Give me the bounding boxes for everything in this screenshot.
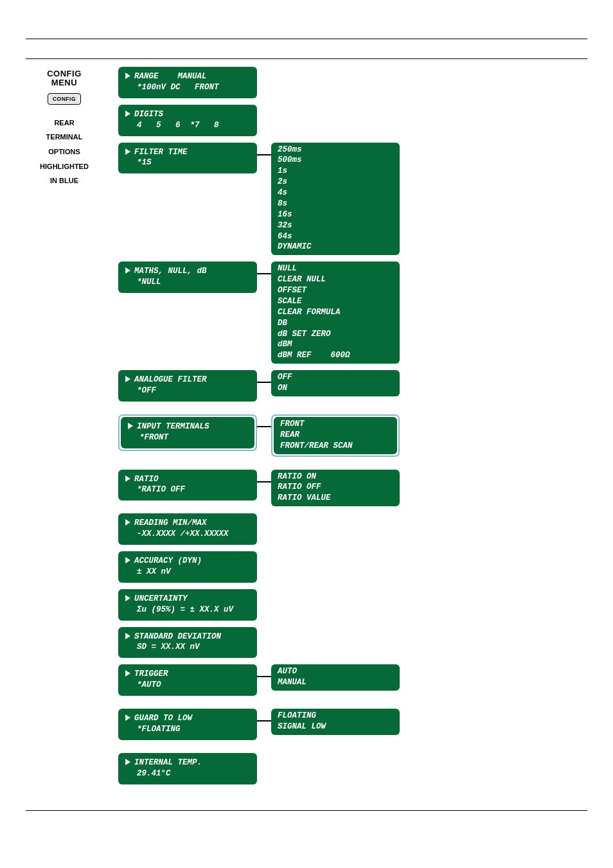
highlighted-note-1: HIGHLIGHTED [26, 163, 103, 171]
menu-accuracy-l2: ± XX nV [125, 567, 250, 578]
menu-input-terminals-highlight: INPUT TERMINALS *FRONT [118, 414, 257, 451]
menu-maths-l1: MATHS, NULL, dB [134, 267, 207, 276]
menu-input-terminals[interactable]: INPUT TERMINALS *FRONT [121, 417, 254, 448]
menu-column-wrapper: RANGE MANUAL *100nV DC FRONT DIGITS 4 5 … [118, 67, 400, 791]
menu-digits[interactable]: DIGITS 4 5 6 *7 8 [118, 105, 257, 136]
submenu-analogue-filter[interactable]: OFF ON [271, 370, 400, 396]
row-accuracy: ACCURACY (DYN) ± XX nV [118, 551, 400, 589]
menu-range-l1: RANGE MANUAL [134, 72, 207, 81]
play-icon [125, 267, 130, 274]
menu-digits-l2: 4 5 6 *7 8 [125, 120, 250, 131]
connector [257, 382, 271, 383]
menu-trigger-l1: TRIGGER [134, 669, 168, 678]
config-menu-title-1: CONFIG [26, 69, 103, 78]
connector [257, 676, 271, 677]
menu-ratio-l1: RATIO [134, 475, 159, 484]
connector [257, 273, 271, 274]
connector [257, 720, 271, 722]
play-icon [125, 519, 130, 526]
submenu-filter[interactable]: 250ms 500ms 1s 2s 4s 8s 16s 32s 64s DYNA… [271, 143, 400, 256]
row-temp: INTERNAL TEMP. 29.41°C [118, 753, 400, 791]
play-icon [125, 633, 130, 639]
row-filter: FILTER TIME *1S 250ms 500ms 1s 2s 4s 8s … [118, 143, 400, 256]
rear-terminal-note-2: TERMINAL [26, 133, 103, 141]
menu-guard-l1: GUARD TO LOW [134, 714, 192, 723]
menu-terms-l2: *FRONT [128, 432, 247, 443]
play-icon [128, 423, 133, 429]
play-icon [125, 759, 130, 765]
row-trigger: TRIGGER *AUTO AUTO MANUAL [118, 664, 400, 702]
menu-maths[interactable]: MATHS, NULL, dB *NULL [118, 261, 257, 293]
menu-maths-l2: *NULL [125, 277, 250, 288]
rear-terminal-note-1: REAR [26, 119, 103, 127]
menu-filter[interactable]: FILTER TIME *1S [118, 143, 257, 174]
menu-internal-temp[interactable]: INTERNAL TEMP. 29.41°C [118, 753, 257, 784]
menu-accuracy[interactable]: ACCURACY (DYN) ± XX nV [118, 551, 257, 583]
menu-uncertainty[interactable]: UNCERTAINTY Σu (95%) = ± XX.X uV [118, 589, 257, 621]
menu-temp-l1: INTERNAL TEMP. [134, 758, 202, 767]
play-icon [125, 73, 130, 79]
menu-afilter-l2: *OFF [125, 385, 250, 396]
menu-guard-l2: *FLOATING [125, 724, 250, 735]
page-bottom-rule [26, 810, 587, 811]
section-rule [26, 58, 587, 59]
menu-filter-l1: FILTER TIME [134, 148, 188, 157]
menu-standard-deviation[interactable]: STANDARD DEVIATION SD = XX.XX nV [118, 627, 257, 659]
menu-minmax-l1: READING MIN/MAX [134, 518, 207, 527]
play-icon [125, 376, 130, 382]
connector [257, 426, 271, 427]
highlighted-note-2: IN BLUE [26, 177, 103, 185]
row-uncertainty: UNCERTAINTY Σu (95%) = ± XX.X uV [118, 589, 400, 627]
menu-ratio[interactable]: RATIO *RATIO OFF [118, 470, 257, 501]
menu-trigger-l2: *AUTO [125, 680, 250, 691]
row-afilter: ANALOGUE FILTER *OFF OFF ON [118, 370, 400, 408]
connector [257, 154, 271, 155]
menu-minmax-l2: -XX.XXXX /+XX.XXXXX [125, 529, 250, 540]
menu-trigger[interactable]: TRIGGER *AUTO [118, 664, 257, 696]
menu-analogue-filter[interactable]: ANALOGUE FILTER *OFF [118, 370, 257, 402]
menu-stddev-l2: SD = XX.XX nV [125, 642, 250, 653]
play-icon [125, 557, 130, 563]
play-icon [125, 111, 130, 117]
config-button[interactable]: CONFIG [48, 93, 81, 105]
menu-terms-l1: INPUT TERMINALS [137, 422, 209, 431]
play-icon [125, 475, 130, 482]
menu-guard-to-low[interactable]: GUARD TO LOW *FLOATING [118, 709, 257, 740]
row-stddev: STANDARD DEVIATION SD = XX.XX nV [118, 627, 400, 665]
submenu-guard[interactable]: FLOATING SIGNAL LOW [271, 709, 400, 735]
rear-terminal-note-3: OPTIONS [26, 148, 103, 156]
menu-reading-minmax[interactable]: READING MIN/MAX -XX.XXXX /+XX.XXXXX [118, 513, 257, 545]
submenu-input-terminals[interactable]: FRONT REAR FRONT/REAR SCAN [274, 417, 397, 454]
submenu-ratio[interactable]: RATIO ON RATIO OFF RATIO VALUE [271, 470, 400, 507]
row-maths: MATHS, NULL, dB *NULL NULL CLEAR NULL OF… [118, 261, 400, 364]
row-input-terminals: INPUT TERMINALS *FRONT FRONT REAR FRONT/… [118, 414, 400, 463]
submenu-trigger[interactable]: AUTO MANUAL [271, 664, 400, 691]
play-icon [125, 148, 130, 155]
menu-ratio-l2: *RATIO OFF [125, 484, 250, 495]
menu-range[interactable]: RANGE MANUAL *100nV DC FRONT [118, 67, 257, 98]
content-area: CONFIG MENU CONFIG REAR TERMINAL OPTIONS… [26, 67, 587, 791]
left-column: CONFIG MENU CONFIG REAR TERMINAL OPTIONS… [26, 67, 103, 185]
row-digits: DIGITS 4 5 6 *7 8 [118, 105, 400, 143]
menu-stddev-l1: STANDARD DEVIATION [134, 632, 221, 641]
play-icon [125, 670, 130, 677]
menu-uncert-l1: UNCERTAINTY [134, 594, 188, 603]
menu-accuracy-l1: ACCURACY (DYN) [134, 556, 202, 565]
menu-range-l2: *100nV DC FRONT [125, 82, 250, 93]
menu-uncert-l2: Σu (95%) = ± XX.X uV [125, 605, 250, 616]
page-top-rule [26, 39, 587, 39]
submenu-maths[interactable]: NULL CLEAR NULL OFFSET SCALE CLEAR FORMU… [271, 261, 400, 364]
menu-afilter-l1: ANALOGUE FILTER [134, 375, 207, 384]
row-guard: GUARD TO LOW *FLOATING FLOATING SIGNAL L… [118, 709, 400, 747]
play-icon [125, 714, 130, 721]
row-minmax: READING MIN/MAX -XX.XXXX /+XX.XXXXX [118, 513, 400, 551]
config-menu-title-2: MENU [26, 78, 103, 87]
menu-filter-l2: *1S [125, 157, 250, 168]
submenu-input-terminals-highlight: FRONT REAR FRONT/REAR SCAN [271, 414, 400, 457]
row-ratio: RATIO *RATIO OFF RATIO ON RATIO OFF RATI… [118, 470, 400, 508]
menu-digits-l1: DIGITS [134, 110, 163, 119]
row-range: RANGE MANUAL *100nV DC FRONT [118, 67, 400, 105]
menu-temp-l2: 29.41°C [125, 768, 250, 779]
play-icon [125, 595, 130, 601]
connector [257, 481, 271, 483]
